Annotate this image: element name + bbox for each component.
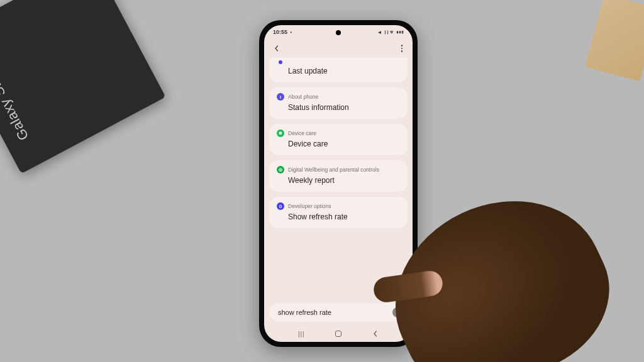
dot-icon <box>401 45 403 47</box>
result-header: i About phone <box>277 93 400 101</box>
recents-button[interactable]: ||| <box>297 329 306 338</box>
developer-icon: {} <box>277 202 284 210</box>
result-header <box>277 60 400 64</box>
box-label: Galaxy S25 Ultra <box>0 38 32 143</box>
status-right-icons: ◄ ⋮⋮ ᯤ ▮▮▯ <box>377 30 404 35</box>
phone-frame: 10:55 ● ◄ ⋮⋮ ᯤ ▮▮▯ Last update <box>259 20 418 347</box>
chevron-left-icon <box>372 331 379 337</box>
nav-back-button[interactable] <box>371 329 380 338</box>
status-time: 10:55 <box>273 29 287 35</box>
close-icon: ✕ <box>395 309 400 315</box>
wellbeing-icon: ◎ <box>277 166 284 173</box>
notification-dot-icon: ● <box>290 30 292 34</box>
result-header: {} Developer options <box>277 202 400 210</box>
camera-cutout <box>336 30 341 35</box>
result-header: ◎ Digital Wellbeing and parental control… <box>277 166 400 173</box>
result-category: Developer options <box>288 203 331 209</box>
search-input[interactable]: show refresh rate ✕ <box>269 303 408 322</box>
result-device-care[interactable]: ⊕ Device care Device care <box>269 124 408 155</box>
info-icon: i <box>277 93 284 101</box>
result-title: Status information <box>277 103 400 112</box>
home-button[interactable] <box>334 329 343 338</box>
dot-icon <box>401 50 403 52</box>
back-button[interactable] <box>272 43 282 53</box>
result-title: Show refresh rate <box>277 212 400 221</box>
result-title: Weekly report <box>277 176 400 185</box>
dot-icon <box>401 48 403 50</box>
result-status-information[interactable]: i About phone Status information <box>269 87 408 119</box>
clear-search-button[interactable]: ✕ <box>392 307 402 317</box>
recents-icon: ||| <box>298 331 305 337</box>
more-options-button[interactable] <box>399 42 406 55</box>
result-category: About phone <box>288 94 318 100</box>
result-category: Digital Wellbeing and parental controls <box>288 167 379 173</box>
app-header <box>264 39 413 58</box>
product-box-prop: Galaxy S25 Ultra <box>0 0 165 173</box>
result-weekly-report[interactable]: ◎ Digital Wellbeing and parental control… <box>269 160 408 192</box>
result-title: Last update <box>277 67 400 75</box>
search-query-text: show refresh rate <box>278 309 331 316</box>
result-category: Device care <box>288 130 316 136</box>
chevron-left-icon <box>274 45 280 52</box>
result-icon <box>279 60 282 64</box>
result-last-update[interactable]: Last update <box>269 58 408 82</box>
search-results-list: Last update i About phone Status informa… <box>264 58 413 300</box>
phone-screen: 10:55 ● ◄ ⋮⋮ ᯤ ▮▮▯ Last update <box>264 25 413 342</box>
status-left: 10:55 ● <box>273 29 292 35</box>
device-care-icon: ⊕ <box>277 129 284 137</box>
home-icon <box>335 331 341 337</box>
result-title: Device care <box>277 140 400 148</box>
result-header: ⊕ Device care <box>277 129 400 137</box>
result-show-refresh-rate[interactable]: {} Developer options Show refresh rate <box>269 197 408 228</box>
navigation-bar: ||| <box>264 326 413 342</box>
wood-block-prop <box>585 0 644 82</box>
